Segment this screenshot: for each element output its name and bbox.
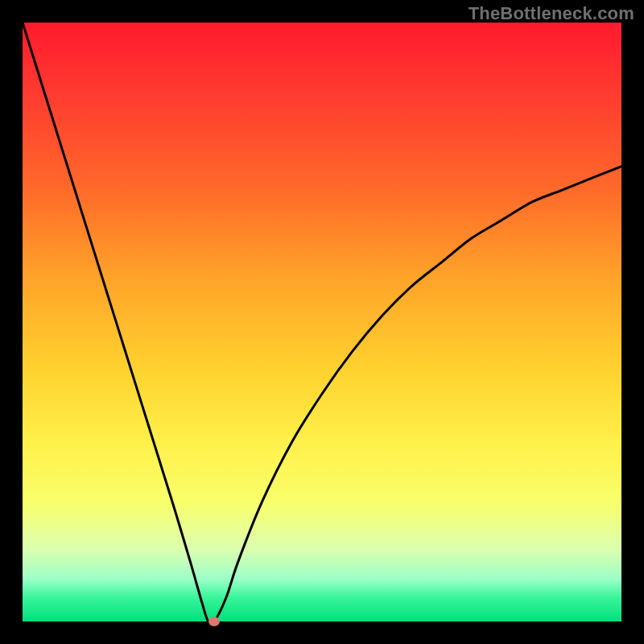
watermark-text: TheBottleneck.com xyxy=(469,3,634,24)
plot-area xyxy=(23,23,621,621)
chart-frame: TheBottleneck.com xyxy=(0,0,644,644)
